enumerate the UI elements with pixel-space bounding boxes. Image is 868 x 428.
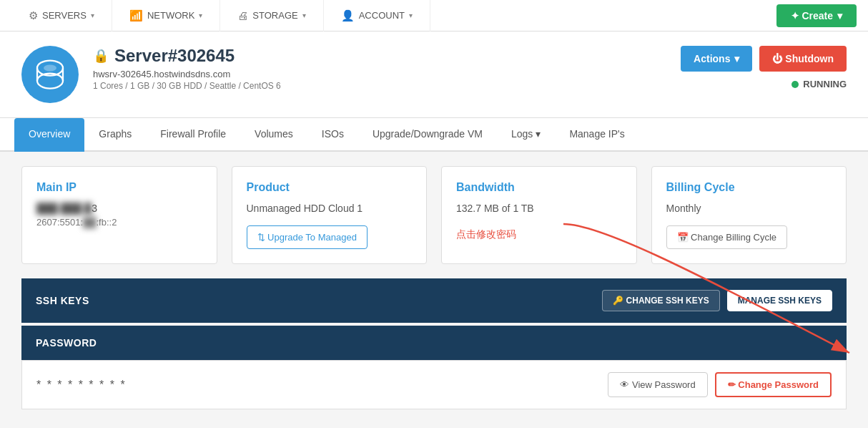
server-title: 🔒 Server#302645 [93,46,681,66]
nav-item-network[interactable]: 📶 NETWORK ▾ [112,0,220,31]
nav-label-servers: SERVERS [42,10,87,21]
password-section-body: * * * * * * * * * 👁 View Password ✏ Chan… [21,360,847,409]
server-specs: 1 Cores / 1 GB / 30 GB HDD / Seattle / C… [93,81,681,91]
server-header: 🔒 Server#302645 hwsrv-302645.hostwindsdn… [0,31,868,118]
password-section-label: PASSWORD [36,337,97,349]
shutdown-button[interactable]: ⏻ Shutdown [759,46,847,72]
change-password-button[interactable]: ✏ Change Password [715,372,832,397]
ipv6-prefix: 2607:5501: [36,217,83,228]
create-button[interactable]: ✦ Create ▾ [776,4,857,27]
change-billing-label: 📅 Change Billing Cycle [677,232,777,243]
servers-icon: ⚙ [29,9,38,22]
ip-blurred: ███.███.█ [36,203,92,214]
password-dots: * * * * * * * * * [36,379,127,391]
logs-chevron: ▾ [536,128,541,140]
server-name: Server#302645 [114,46,235,66]
product-card: Product Unmanaged HDD Cloud 1 ⇅ Upgrade … [232,166,428,264]
status-text: RUNNING [803,79,847,89]
product-value: Unmanaged HDD Cloud 1 [247,203,413,214]
nav-label-account: ACCOUNT [359,10,405,21]
password-buttons: 👁 View Password ✏ Change Password [608,372,832,397]
ssh-keys-label: SSH KEYS [36,295,89,306]
nav-items: ⚙ SERVERS ▾ 📶 NETWORK ▾ 🖨 STORAGE ▾ 👤 AC… [11,0,776,31]
ipv6-suffix: :fb::2 [97,217,117,228]
tab-manage-ips[interactable]: Manage IP's [555,118,638,152]
network-icon: 📶 [129,9,143,22]
chevron-create: ▾ [837,10,842,21]
billing-cycle-value: Monthly [666,203,832,214]
account-icon: 👤 [341,9,355,22]
bandwidth-card: Bandwidth 132.7 MB of 1 TB 点击修改密码 [441,166,637,264]
change-password-label: ✏ Change Password [728,379,819,390]
view-password-button[interactable]: 👁 View Password [608,372,707,397]
ip-suffix: 3 [92,203,97,214]
main-ip-value: ███.███.█3 [36,203,202,214]
shutdown-label: ⏻ Shutdown [772,53,834,64]
billing-title: Billing Cycle [666,181,832,194]
tab-upgrade[interactable]: Upgrade/Downgrade VM [358,118,497,152]
product-title: Product [247,181,413,194]
manage-ssh-keys-button[interactable]: MANAGE SSH KEYS [727,290,832,311]
upgrade-label: ⇅ Upgrade To Managed [257,232,357,243]
chevron-storage: ▾ [302,11,306,19]
tab-volumes[interactable]: Volumes [240,118,307,152]
main-ip-card: Main IP ███.███.█3 2607:5501:██:fb::2 [21,166,217,264]
ssh-section-buttons: 🔑 CHANGE SSH KEYS MANAGE SSH KEYS [602,290,832,311]
main-content: Main IP ███.███.█3 2607:5501:██:fb::2 Pr… [0,152,868,424]
change-ssh-keys-button[interactable]: 🔑 CHANGE SSH KEYS [602,290,719,311]
cards-row: Main IP ███.███.█3 2607:5501:██:fb::2 Pr… [21,166,847,264]
chevron-account: ▾ [409,11,413,19]
status-badge: RUNNING [791,79,847,89]
server-logo-icon [33,57,67,92]
tab-isos[interactable]: ISOs [307,118,358,152]
nav-label-network: NETWORK [147,10,194,21]
nav-item-storage[interactable]: 🖨 STORAGE ▾ [220,0,323,31]
bandwidth-title: Bandwidth [456,181,622,194]
view-password-label: 👁 View Password [620,379,695,390]
create-label: ✦ Create [791,10,833,21]
server-info: 🔒 Server#302645 hwsrv-302645.hostwindsdn… [93,46,681,91]
tabs-bar: Overview Graphs Firewall Profile Volumes… [0,118,868,152]
bandwidth-annotation: 点击修改密码 [456,228,516,240]
top-navigation: ⚙ SERVERS ▾ 📶 NETWORK ▾ 🖨 STORAGE ▾ 👤 AC… [0,0,868,31]
server-actions: Actions ▾ ⏻ Shutdown RUNNING [681,46,847,89]
upgrade-to-managed-button[interactable]: ⇅ Upgrade To Managed [247,225,368,249]
ipv6-value: 2607:5501:██:fb::2 [36,217,202,228]
chevron-network: ▾ [199,11,202,19]
chevron-servers: ▾ [91,11,94,19]
billing-cycle-card: Billing Cycle Monthly 📅 Change Billing C… [651,166,847,264]
ssh-keys-section: SSH KEYS 🔑 CHANGE SSH KEYS MANAGE SSH KE… [21,278,847,323]
server-hostname: hwsrv-302645.hostwindsdns.com [93,69,681,79]
password-section-header: PASSWORD [21,326,847,360]
ipv6-blurred: ██ [83,217,96,228]
main-ip-title: Main IP [36,181,202,194]
tab-graphs[interactable]: Graphs [84,118,146,152]
actions-button[interactable]: Actions ▾ [681,46,752,72]
tab-logs[interactable]: Logs ▾ [497,118,555,152]
nav-item-servers[interactable]: ⚙ SERVERS ▾ [11,0,112,31]
nav-label-storage: STORAGE [252,10,297,21]
actions-label: Actions [694,53,730,64]
svg-point-4 [44,65,56,72]
server-actions-row: Actions ▾ ⏻ Shutdown [681,46,847,72]
change-ssh-label: 🔑 CHANGE SSH KEYS [613,296,709,306]
tab-overview[interactable]: Overview [14,118,84,152]
storage-icon: 🖨 [237,9,248,21]
bandwidth-annotation-wrapper: 点击修改密码 [456,228,622,241]
tab-firewall[interactable]: Firewall Profile [146,118,240,152]
change-billing-cycle-button[interactable]: 📅 Change Billing Cycle [666,225,788,249]
nav-item-account[interactable]: 👤 ACCOUNT ▾ [324,0,430,31]
lock-icon: 🔒 [93,48,109,64]
status-dot-running [791,81,799,88]
server-avatar [21,46,79,103]
actions-chevron: ▾ [734,53,739,64]
bandwidth-value: 132.7 MB of 1 TB [456,203,622,214]
manage-ssh-label: MANAGE SSH KEYS [738,296,822,306]
